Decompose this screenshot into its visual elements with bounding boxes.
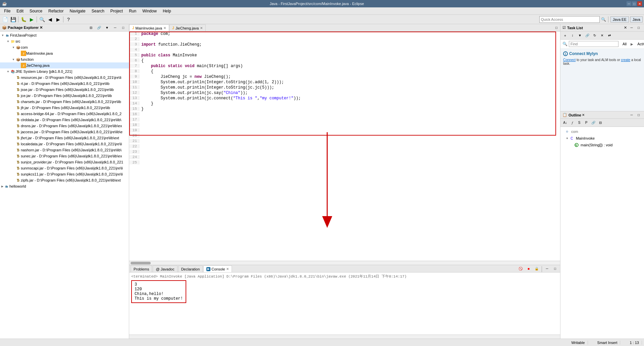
tree-item-jar-rt[interactable]: 🗜 rt.jar - D:\Program Files (x86)\Java\j… — [0, 81, 129, 87]
menu-edit[interactable]: Edit — [14, 8, 26, 14]
console-maximize[interactable]: □ — [551, 265, 559, 272]
menu-window[interactable]: Window — [140, 8, 159, 14]
console-minimize[interactable]: ─ — [543, 265, 551, 272]
view-menu-button[interactable]: ▼ — [103, 24, 111, 32]
filter-all[interactable]: All — [620, 41, 629, 47]
tree-item-jar-access[interactable]: 🗜 access-bridge-64.jar - D:\Program File… — [0, 111, 129, 117]
tab-declaration[interactable]: Declaration — [178, 265, 203, 272]
tree-item-jar-sunec[interactable]: 🗜 sunec.jar - D:\Program Files (x86)\Jav… — [0, 153, 129, 159]
tree-item-function[interactable]: ▼ 📦 function — [0, 56, 129, 62]
tree-item-jar-jce[interactable]: 🗜 jce.jar - D:\Program Files (x86)\Java\… — [0, 93, 129, 99]
task-collapse-button[interactable]: ─ — [628, 24, 635, 31]
tree-item-jar-resources[interactable]: 🗜 resources.jar - D:\Program Files (x86)… — [0, 75, 129, 81]
outline-maininvoke[interactable]: ▼ C MainInvoke — [560, 135, 644, 142]
search-toolbar-button[interactable]: 🔍 — [38, 16, 46, 23]
terminate-button[interactable]: ■ — [525, 265, 532, 272]
link-editor-button[interactable]: 🔗 — [95, 24, 103, 32]
quick-access-input[interactable] — [539, 16, 600, 23]
clear-console-button[interactable]: 🚫 — [517, 265, 524, 272]
editor-maximize[interactable]: □ — [553, 24, 560, 31]
minimize-panel-button[interactable]: ─ — [111, 24, 119, 32]
task-sort-button[interactable]: ↕ — [569, 32, 576, 39]
tree-item-maininvoke[interactable]: J MainInvoke.java — [0, 50, 129, 56]
close-tab-icon[interactable]: ✕ — [163, 26, 166, 30]
connect-link[interactable]: Connect — [563, 58, 576, 62]
console-horizontal-scrollbar[interactable] — [129, 335, 560, 339]
tab-maininvoke[interactable]: J MainInvoke.java ✕ — [129, 24, 169, 31]
perspective-java[interactable]: Java — [630, 16, 643, 22]
back-button[interactable]: ◀ — [46, 16, 54, 23]
debug-button[interactable]: 🐛 — [20, 16, 27, 23]
outline-link-editor-button[interactable]: 🔗 — [590, 119, 597, 126]
tree-item-helloworld[interactable]: ▶ 🖿 helloworld — [0, 183, 129, 189]
task-filter-button[interactable]: ▼ — [577, 32, 583, 39]
horizontal-scrollbar[interactable] — [129, 261, 560, 265]
menu-navigate[interactable]: Navigate — [67, 8, 88, 14]
minimize-button[interactable]: ─ — [627, 1, 631, 6]
task-delete-button[interactable]: ✕ — [599, 32, 605, 39]
menu-help[interactable]: Help — [160, 8, 174, 14]
new-task-button[interactable]: + — [562, 32, 568, 39]
outline-com[interactable]: ⊕ com — [560, 128, 644, 135]
new-button[interactable]: 📄 — [1, 16, 9, 23]
task-find-input[interactable] — [569, 41, 618, 47]
tree-item-jar-clrddata[interactable]: 🗜 clrddata.jar - D:\Program Files (x86)\… — [0, 117, 129, 123]
code-line-10: 10 System.out.println(Integer.toString(j… — [129, 80, 560, 85]
menu-project[interactable]: Project — [108, 8, 126, 14]
close-console-icon[interactable]: ✕ — [226, 267, 229, 271]
tree-item-jar-nashorn[interactable]: 🗜 nashorn.jar - D:\Program Files (x86)\J… — [0, 147, 129, 153]
outline-collapse-button[interactable]: ─ — [628, 112, 635, 118]
tree-item-jar-jsse[interactable]: 🗜 jsse.jar - D:\Program Files (x86)\Java… — [0, 87, 129, 93]
save-button[interactable]: 💾 — [9, 16, 17, 23]
close-button[interactable]: ✕ — [637, 1, 642, 6]
tree-item-jar-jfr[interactable]: 🗜 jfr.jar - D:\Program Files (x86)\Java\… — [0, 105, 129, 111]
outline-sort-button[interactable]: A↓ — [562, 119, 568, 126]
task-sync-button[interactable]: ⇄ — [606, 32, 613, 39]
perspective-java-ee[interactable]: Java EE — [610, 16, 629, 22]
tab-jiecheng[interactable]: J JieCheng.java ✕ — [169, 24, 206, 31]
tree-item-jre[interactable]: ▼ 📚 JRE System Library [jdk1.8.0_221] — [0, 68, 129, 75]
tree-item-jar-jfxrt[interactable]: 🗜 jfxrt.jar - D:\Program Files (x86)\Jav… — [0, 135, 129, 141]
collapse-all-button[interactable]: ⊟ — [87, 24, 95, 32]
filter-activate[interactable]: Activate... — [635, 41, 644, 47]
menu-run[interactable]: Run — [126, 8, 139, 14]
forward-button[interactable]: ▶ — [54, 16, 62, 23]
outline-hide-fields-button[interactable]: 𝑓 — [569, 119, 576, 126]
code-scroll-area[interactable]: 1 package com; 2 3 import function.JieCh… — [129, 32, 560, 261]
maximize-panel-button[interactable]: □ — [119, 24, 127, 32]
tree-item-jar-sunpkcs[interactable]: 🗜 sunpkcs11.jar - D:\Program Files (x86)… — [0, 171, 129, 177]
tree-item-jar-sunmscapi[interactable]: 🗜 sunmscapi.jar - D:\Program Files (x86)… — [0, 165, 129, 171]
tree-item-jar-dnsns[interactable]: 🗜 dnsns.jar - D:\Program Files (x86)\Jav… — [0, 123, 129, 129]
tree-item-jiecheng[interactable]: J JieCheng.java — [0, 62, 129, 68]
run-button[interactable]: ▶ — [28, 16, 35, 23]
task-link-button[interactable]: 🔗 — [584, 32, 591, 39]
outline-hide-nonpublic-button[interactable]: P — [583, 119, 590, 126]
task-refresh-button[interactable]: ↻ — [591, 32, 598, 39]
tree-item-jar-sunjce[interactable]: 🗜 sunjce_provider.jar - D:\Program Files… — [0, 159, 129, 165]
tab-javadoc[interactable]: @ Javadoc — [153, 265, 177, 272]
tree-item-jar-zipfs[interactable]: 🗜 zipfs.jar - D:\Program Files (x86)\Jav… — [0, 177, 129, 183]
tree-item-firstjavaproject[interactable]: ▼ 🖿 FirstJavaProject — [0, 32, 129, 38]
menu-search[interactable]: Search — [89, 8, 107, 14]
tree-item-jar-jaccess[interactable]: 🗜 jaccess.jar - D:\Program Files (x86)\J… — [0, 129, 129, 135]
tab-console[interactable]: ▶ Console ✕ — [203, 265, 232, 272]
outline-collapse-all-button[interactable]: ⊟ — [597, 119, 604, 126]
code-line-7: 7 public static void main(String[] args) — [129, 64, 560, 69]
outline-main-method[interactable]: $ main(String[]) : void — [560, 142, 644, 148]
close-tab-icon[interactable]: ✕ — [200, 26, 203, 30]
menu-refactor[interactable]: Refactor — [46, 8, 66, 14]
tab-problems[interactable]: Problems — [131, 265, 152, 272]
tree-item-com[interactable]: ▼ 📦 com — [0, 44, 129, 50]
scroll-lock-button[interactable]: 🔒 — [533, 265, 540, 272]
tree-item-jar-localedata[interactable]: 🗜 localedata.jar - D:\Program Files (x86… — [0, 141, 129, 147]
menu-source[interactable]: Source — [27, 8, 45, 14]
create-link[interactable]: create — [621, 58, 630, 62]
task-maximize-button[interactable]: □ — [635, 24, 642, 31]
outline-hide-static-button[interactable]: S — [576, 119, 583, 126]
tree-item-src[interactable]: ▼ 📁 src — [0, 38, 129, 44]
menu-file[interactable]: File — [1, 8, 13, 14]
help-button[interactable]: ? — [65, 16, 72, 23]
outline-maximize-button[interactable]: □ — [635, 112, 642, 118]
tree-item-jar-charsets[interactable]: 🗜 charsets.jar - D:\Program Files (x86)\… — [0, 99, 129, 105]
maximize-button[interactable]: □ — [632, 1, 637, 6]
